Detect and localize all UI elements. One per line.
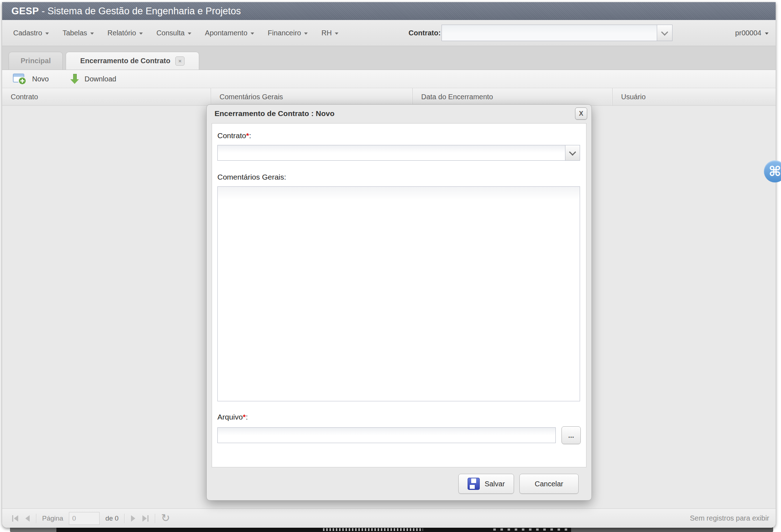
page-count-label: de 0 — [105, 515, 119, 522]
dialog-footer: Salvar Cancelar — [207, 473, 591, 494]
grid-header: Contrato Comentários Gerais Data do Ence… — [2, 88, 776, 106]
menu-apontamento[interactable]: Apontamento — [198, 25, 261, 41]
salvar-button-label: Salvar — [485, 480, 505, 488]
tab-close-icon[interactable]: × — [175, 56, 185, 66]
chevron-down-icon — [661, 29, 668, 36]
contrato-field-combobox[interactable] — [217, 145, 580, 161]
novo-button-label: Novo — [32, 75, 49, 83]
download-arrow-icon — [70, 73, 79, 85]
user-menu[interactable]: pr00004 — [735, 29, 771, 37]
menu-label: Financeiro — [268, 29, 301, 37]
previous-page-button[interactable] — [25, 515, 30, 522]
chevron-down-icon — [90, 32, 94, 35]
save-floppy-icon — [468, 478, 480, 490]
contrato-combo-input[interactable] — [442, 25, 657, 41]
app-titlebar: GESP - Sistema de Gestão de Engenharia e… — [2, 2, 776, 20]
chevron-down-icon — [251, 32, 254, 35]
dialog-header[interactable]: Encerramento de Contrato : Novo X — [207, 105, 591, 122]
new-form-icon — [13, 74, 26, 84]
chevron-down-icon — [45, 32, 49, 35]
chevron-down-icon — [188, 32, 191, 35]
last-page-button[interactable] — [142, 515, 149, 522]
strip-text-marks — [323, 528, 423, 531]
comentarios-textarea[interactable] — [217, 186, 580, 401]
menu-cadastro[interactable]: Cadastro — [6, 25, 56, 41]
novo-button[interactable]: Novo — [10, 72, 52, 86]
menu-relatorio[interactable]: Relatório — [101, 25, 150, 41]
strip-segment — [571, 527, 773, 532]
tab-label: Principal — [21, 57, 51, 65]
contrato-combobox[interactable] — [442, 25, 672, 41]
arquivo-field-label: Arquivo*: — [217, 413, 581, 421]
contrato-field-input[interactable] — [218, 145, 565, 160]
plus-badge-icon — [18, 77, 26, 85]
page-number-input[interactable] — [69, 512, 100, 525]
refresh-icon: ↻ — [161, 512, 170, 524]
dialog-close-button[interactable]: X — [575, 107, 587, 120]
page-label: Página — [42, 515, 63, 522]
menu-label: Apontamento — [205, 29, 247, 37]
chevron-down-icon — [304, 32, 308, 35]
column-header-usuario[interactable]: Usuário — [613, 88, 776, 105]
column-header-contrato[interactable]: Contrato — [2, 88, 211, 105]
dialog-encerramento-de-contrato-novo: Encerramento de Contrato : Novo X Contra… — [206, 104, 592, 501]
menu-rh[interactable]: RH — [314, 25, 345, 41]
menu-consulta[interactable]: Consulta — [150, 25, 198, 41]
first-page-icon — [14, 515, 18, 522]
screen: GESP - Sistema de Gestão de Engenharia e… — [0, 0, 781, 532]
paging-toolbar: Página de 0 ↻ Sem registros para exibir — [2, 508, 776, 528]
empty-grid-status: Sem registros para exibir — [690, 514, 771, 522]
dialog-title: Encerramento de Contrato : Novo — [215, 109, 334, 118]
strip-segment — [10, 527, 56, 532]
app-brand: GESP — [11, 6, 39, 17]
tabbar: Principal Encerramento de Contrato × — [2, 46, 776, 70]
last-page-icon — [142, 515, 147, 522]
toolbar-separator — [124, 514, 125, 523]
comentarios-field-label: Comentários Gerais: — [217, 173, 581, 181]
browse-file-button[interactable]: ... — [561, 426, 581, 444]
download-button-label: Download — [85, 75, 116, 83]
chevron-down-icon — [765, 32, 769, 35]
cancelar-button-label: Cancelar — [535, 480, 563, 488]
column-header-data-do-encerramento[interactable]: Data do Encerramento — [413, 88, 613, 105]
menu-label: Consulta — [156, 29, 185, 37]
refresh-button[interactable]: ↻ — [161, 513, 170, 523]
salvar-button[interactable]: Salvar — [458, 474, 514, 494]
strip-dots — [493, 528, 570, 531]
tab-label: Encerramento de Contrato — [80, 57, 170, 65]
toolbar-separator — [36, 514, 36, 523]
chevron-down-icon — [139, 32, 143, 35]
arquivo-field-input[interactable] — [217, 427, 556, 443]
menubar: Cadastro Tabelas Relatório Consulta Apon… — [2, 20, 776, 46]
toolbar: Novo Download — [2, 70, 776, 88]
required-asterisk: * — [246, 131, 249, 140]
tab-encerramento-de-contrato[interactable]: Encerramento de Contrato × — [66, 52, 199, 70]
next-page-button[interactable] — [130, 515, 136, 522]
toolbar-separator — [155, 514, 155, 523]
combo-trigger-button[interactable] — [657, 25, 672, 41]
previous-page-icon — [25, 515, 30, 522]
menu-label: Cadastro — [13, 29, 42, 37]
chevron-down-icon — [335, 32, 338, 35]
app-title: - Sistema de Gestão de Engenharia e Proj… — [39, 6, 241, 17]
contrato-field-label: Contrato*: — [217, 131, 581, 140]
tab-principal[interactable]: Principal — [9, 52, 63, 70]
download-button[interactable]: Download — [67, 72, 119, 86]
username-label: pr00004 — [735, 29, 761, 37]
menu-label: Tabelas — [62, 29, 87, 37]
menu-financeiro[interactable]: Financeiro — [261, 25, 314, 41]
combo-trigger-button[interactable] — [565, 145, 580, 160]
command-glyph: ⌘ — [769, 164, 781, 179]
menubar-right: Contrato: pr00004 — [409, 25, 771, 41]
contrato-label: Contrato: — [409, 29, 441, 37]
first-page-button[interactable] — [11, 515, 19, 522]
close-icon: X — [579, 110, 583, 117]
background-window-strip — [0, 527, 781, 532]
next-page-icon — [131, 515, 135, 522]
chevron-down-icon — [569, 149, 576, 156]
column-header-comentarios-gerais[interactable]: Comentários Gerais — [211, 88, 413, 105]
dialog-form-panel: Contrato*: Comentários Gerais: Arquivo*:… — [212, 123, 586, 467]
close-x-glyph: × — [178, 58, 182, 64]
menu-tabelas[interactable]: Tabelas — [56, 25, 101, 41]
cancelar-button[interactable]: Cancelar — [519, 474, 579, 494]
